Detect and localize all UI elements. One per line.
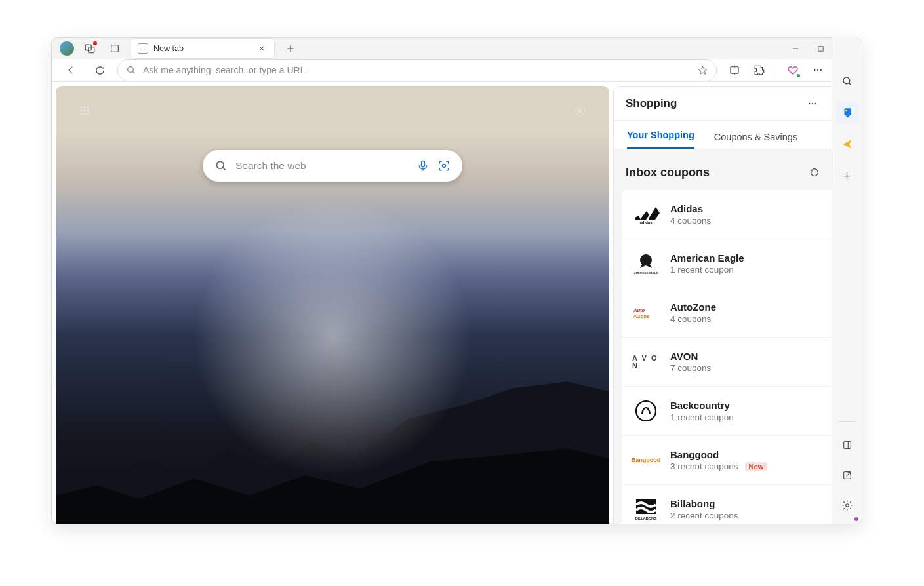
svg-text:///Zone: ///Zone — [633, 313, 650, 319]
svg-rect-2 — [111, 45, 119, 52]
coupon-subtext: 1 recent coupon — [670, 412, 734, 422]
brand-logo: A V O N — [632, 348, 660, 376]
coupon-subtext: 1 recent coupon — [670, 265, 734, 275]
more-menu-icon[interactable] — [807, 59, 829, 81]
svg-point-32 — [636, 401, 656, 421]
tab-newtab[interactable]: ⋯ New tab — [131, 38, 275, 59]
address-input[interactable] — [143, 65, 691, 75]
apps-grid-icon[interactable] — [73, 99, 96, 123]
tab-your-shopping[interactable]: Your Shopping — [627, 130, 694, 149]
svg-point-36 — [843, 77, 850, 84]
brand-name: Banggood — [670, 449, 819, 460]
wellness-icon[interactable] — [782, 59, 804, 81]
rail-sidebar-icon[interactable] — [836, 434, 858, 456]
tab-actions-icon[interactable] — [106, 39, 124, 58]
svg-point-15 — [80, 113, 82, 115]
brand-logo: AMERICAN EAGLE — [632, 250, 660, 277]
brand-logo: BILLABONG — [632, 496, 660, 523]
extensions-icon[interactable] — [748, 59, 771, 81]
favorite-icon[interactable] — [697, 65, 708, 76]
panel-title: Shopping — [626, 97, 677, 110]
coupon-subtext: 4 coupons — [670, 314, 711, 324]
coupon-row[interactable]: Auto///Zone AutoZone 4 coupons — [622, 288, 849, 337]
tab-coupons-savings[interactable]: Coupons & Savings — [714, 132, 797, 149]
voice-search-icon[interactable] — [416, 159, 430, 172]
tab-title: New tab — [153, 44, 184, 53]
svg-point-9 — [80, 106, 82, 108]
svg-rect-3 — [818, 46, 822, 50]
rail-open-external-icon[interactable] — [836, 464, 858, 486]
content-area: Shopping Your Shopping Coupons & Savings… — [52, 82, 862, 524]
svg-point-37 — [845, 110, 847, 111]
background-mountain — [56, 342, 609, 524]
window-minimize-button[interactable] — [791, 44, 800, 53]
section-refresh-icon[interactable] — [806, 164, 823, 181]
section-title: Inbox coupons — [626, 166, 710, 180]
svg-point-8 — [820, 69, 822, 71]
brand-logo: adidas — [632, 201, 660, 228]
coupon-row[interactable]: AMERICAN EAGLE American Eagle 1 recent c… — [622, 239, 849, 288]
coupon-row[interactable]: adidas Adidas 4 coupons — [622, 190, 849, 239]
search-icon — [126, 65, 136, 75]
address-bar[interactable] — [117, 59, 717, 81]
svg-point-24 — [815, 102, 816, 104]
brand-name: AVON — [670, 351, 819, 362]
search-icon — [214, 159, 228, 172]
new-tab-button[interactable] — [281, 39, 300, 58]
svg-rect-38 — [843, 442, 851, 449]
coupon-row[interactable]: Backcountry 1 recent coupon — [622, 386, 849, 435]
coupon-subtext: 2 recent coupons — [670, 511, 738, 520]
tab-strip: ⋯ New tab — [52, 38, 862, 59]
svg-point-11 — [87, 106, 89, 108]
svg-rect-20 — [422, 161, 425, 167]
coupon-row[interactable]: Banggood Banggood 3 recent coupons New — [622, 435, 849, 484]
rail-shopping-icon[interactable] — [836, 102, 858, 124]
toolbar-divider — [776, 63, 776, 77]
rail-search-icon[interactable] — [836, 70, 858, 92]
brand-name: Backcountry — [670, 400, 819, 411]
svg-point-19 — [216, 161, 224, 168]
coupon-subtext: 4 coupons — [670, 216, 711, 225]
brand-name: AutoZone — [670, 302, 819, 313]
split-screen-icon[interactable] — [723, 59, 746, 81]
new-badge: New — [745, 462, 768, 471]
panel-more-icon[interactable] — [803, 94, 822, 113]
rail-settings-icon[interactable] — [836, 494, 858, 517]
coupon-row[interactable]: BILLABONG Billabong 2 recent coupons — [622, 484, 849, 524]
rail-add-icon[interactable] — [836, 165, 858, 187]
visual-search-icon[interactable] — [437, 159, 451, 172]
page-settings-icon[interactable] — [569, 99, 592, 123]
nav-refresh-button[interactable] — [89, 59, 111, 81]
svg-text:AMERICAN EAGLE: AMERICAN EAGLE — [634, 271, 658, 275]
web-search-input[interactable] — [235, 160, 409, 172]
nav-back-button[interactable] — [60, 59, 82, 81]
svg-point-14 — [87, 110, 89, 112]
brand-logo: Auto///Zone — [632, 299, 660, 326]
svg-text:adidas: adidas — [639, 220, 653, 224]
rail-send-icon[interactable] — [836, 133, 858, 155]
shopping-panel: Shopping Your Shopping Coupons & Savings… — [613, 86, 858, 524]
svg-rect-5 — [731, 67, 738, 74]
svg-point-13 — [84, 110, 86, 112]
brand-logo: Banggood — [632, 446, 660, 474]
brand-name: American Eagle — [670, 252, 819, 264]
svg-point-21 — [443, 165, 446, 168]
svg-point-23 — [812, 102, 813, 104]
coupon-subtext: 7 coupons — [670, 363, 711, 373]
svg-text:BILLABONG: BILLABONG — [635, 517, 657, 520]
coupon-row[interactable]: A V O N AVON 7 coupons — [622, 337, 849, 386]
browser-siderail — [832, 37, 862, 524]
panel-tabs: Your Shopping Coupons & Savings — [614, 121, 857, 149]
window-maximize-button[interactable] — [816, 44, 825, 53]
workspaces-icon[interactable] — [81, 39, 99, 58]
panel-body: Inbox coupons adidas Adidas — [614, 149, 857, 524]
svg-point-22 — [809, 102, 810, 104]
toolbar — [52, 59, 862, 82]
web-search-box[interactable] — [203, 150, 462, 182]
svg-point-7 — [817, 69, 818, 71]
rail-divider — [839, 421, 856, 422]
panel-header: Shopping — [614, 87, 857, 121]
tab-close-button[interactable] — [256, 43, 268, 54]
svg-point-33 — [647, 408, 649, 410]
profile-avatar[interactable] — [60, 41, 74, 56]
